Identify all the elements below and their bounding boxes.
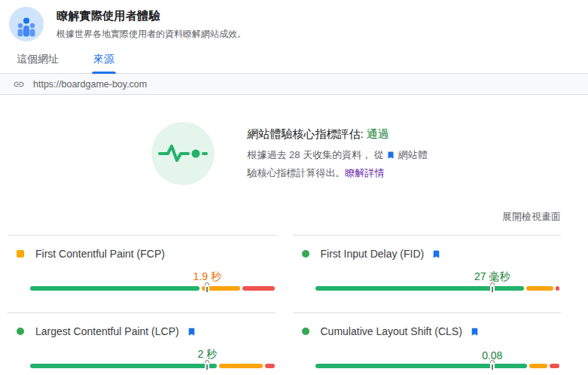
tab-this-url[interactable]: 這個網址 (17, 53, 59, 73)
cwv-assessment: 網站體驗核心指標評估: 通過 根據過去 28 天收集的資料， 從 網站體驗核心指… (0, 122, 588, 185)
active-tab-underline (92, 72, 116, 74)
link-icon (13, 78, 25, 90)
lcp-bullet-icon (17, 328, 24, 335)
bookmark-icon (470, 327, 480, 337)
page-title: 瞭解實際使用者體驗 (56, 9, 246, 23)
metric-lcp: Largest Contentful Paint (LCP) 2 秒 (8, 312, 276, 375)
fid-bullet-icon (302, 250, 309, 258)
metric-label: First Input Delay (FID) (321, 248, 425, 260)
bookmark-icon (386, 151, 398, 162)
assessment-title: 網站體驗核心指標評估: 通過 (248, 127, 437, 142)
page-header: 瞭解實際使用者體驗 根據世界各地實際使用者的資料瞭解網站成效。 (0, 0, 588, 41)
p75-marker (204, 282, 210, 292)
distribution-bar (315, 364, 560, 368)
bookmark-icon (187, 327, 197, 337)
metric-label: Largest Contentful Paint (LCP) (35, 325, 179, 337)
metric-fid: First Input Delay (FID) 27 毫秒 (293, 235, 562, 312)
metric-fcp: First Contentful Paint (FCP) 1.9 秒 (8, 235, 276, 312)
origin-url: https://boardgame-boy.com (33, 79, 147, 90)
scope-tabs: 這個網址 來源 (0, 53, 588, 73)
assessment-description: 根據過去 28 天收集的資料， 從 網站體驗核心指標計算得出。瞭解詳情 (248, 147, 437, 181)
learn-more-link[interactable]: 瞭解詳情 (346, 167, 385, 178)
cls-bullet-icon (302, 328, 309, 335)
p75-marker (489, 282, 495, 292)
metric-cls: Cumulative Layout Shift (CLS) 0.08 (293, 312, 562, 375)
assessment-result: 通過 (367, 127, 389, 140)
page-subtitle: 根據世界各地實際使用者的資料瞭解網站成效。 (56, 28, 246, 41)
metric-label: First Contentful Paint (FCP) (35, 248, 165, 260)
metric-label: Cumulative Layout Shift (CLS) (321, 325, 462, 337)
distribution-bar (30, 286, 275, 291)
p75-marker (204, 360, 210, 370)
expand-row: 展開檢視畫面 (0, 209, 588, 224)
bookmark-icon (431, 249, 441, 259)
pulse-icon (151, 122, 215, 185)
distribution-bar (30, 364, 275, 368)
tab-origin[interactable]: 來源 (93, 53, 114, 73)
fcp-bullet-icon (17, 250, 24, 258)
distribution-bar (315, 286, 560, 291)
url-bar: https://boardgame-boy.com (0, 73, 588, 95)
people-icon (9, 7, 44, 41)
p75-marker (489, 360, 495, 370)
metrics-grid: First Contentful Paint (FCP) 1.9 秒 First… (0, 235, 588, 375)
expand-view-link[interactable]: 展開檢視畫面 (502, 211, 561, 222)
